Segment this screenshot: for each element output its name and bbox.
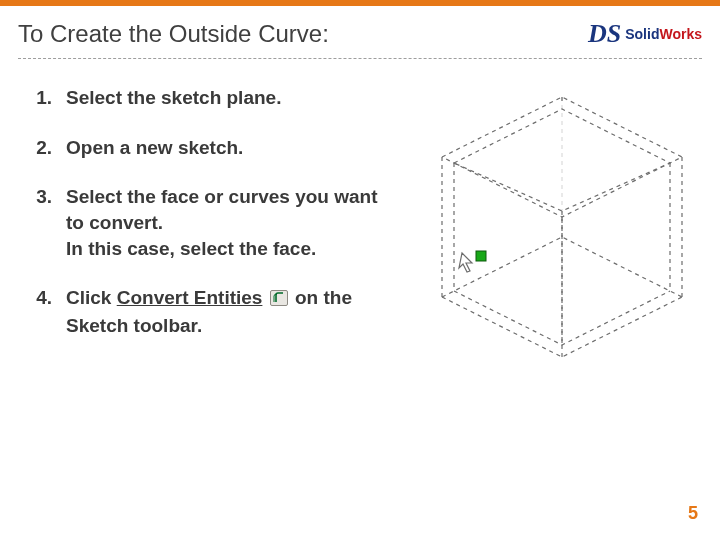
logo-mark: DS <box>588 23 621 45</box>
step-link-text: Convert Entities <box>117 287 263 308</box>
solidworks-logo: DS SolidWorks <box>588 23 702 45</box>
step-2: Open a new sketch. <box>18 135 398 161</box>
cursor-icon <box>459 253 472 272</box>
header: To Create the Outside Curve: DS SolidWor… <box>0 6 720 48</box>
step-text: Click Convert Entities on the Sketch too… <box>66 285 398 338</box>
page-number: 5 <box>688 503 698 524</box>
illustration: .dash { stroke:#6d6d6d; stroke-width:1.2… <box>406 85 702 385</box>
logo-wordmark: SolidWorks <box>625 26 702 42</box>
step-3: Select the face or curves you want to co… <box>18 184 398 261</box>
step-text: Select the sketch plane. <box>66 85 398 111</box>
step-prefix: Click <box>66 287 117 308</box>
step-text: Select the face or curves you want to co… <box>66 184 398 261</box>
step-1: Select the sketch plane. <box>18 85 398 111</box>
convert-entities-icon <box>270 287 288 313</box>
selection-handle-icon <box>476 251 486 261</box>
cube-sketch: .dash { stroke:#6d6d6d; stroke-width:1.2… <box>406 81 706 381</box>
step-text: Open a new sketch. <box>66 135 398 161</box>
step-list: Select the sketch plane. Open a new sket… <box>18 85 398 385</box>
content-area: Select the sketch plane. Open a new sket… <box>0 59 720 385</box>
slide-title: To Create the Outside Curve: <box>18 20 329 48</box>
step-4: Click Convert Entities on the Sketch too… <box>18 285 398 338</box>
